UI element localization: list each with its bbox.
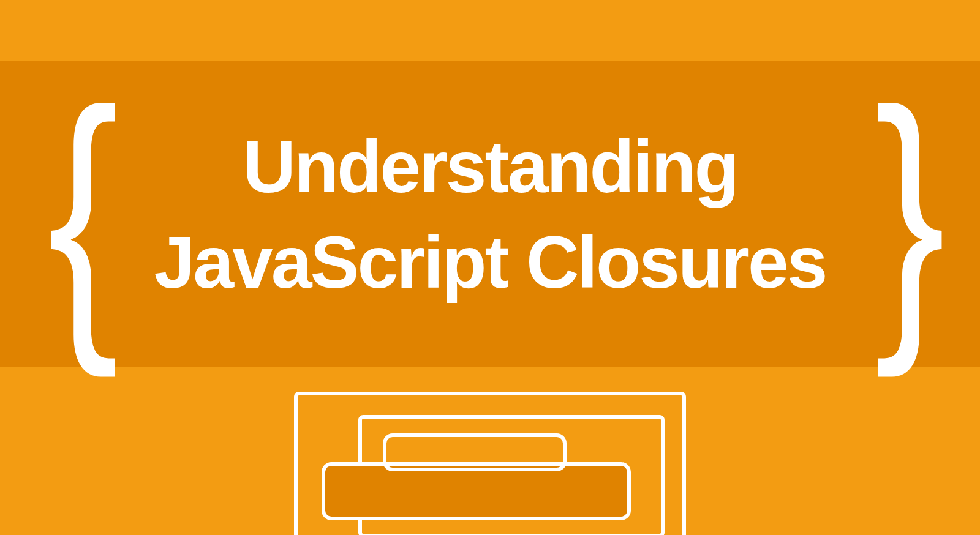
slide-title: Understanding JavaScript Closures — [92, 119, 888, 310]
scope-box-inner — [383, 433, 567, 471]
slide-title-line-2: JavaScript Closures — [154, 221, 826, 303]
title-band: { Understanding JavaScript Closures } — [0, 61, 980, 367]
slide-title-line-1: Understanding — [243, 125, 737, 208]
nested-scope-diagram — [294, 392, 686, 535]
right-brace-icon: } — [875, 104, 932, 324]
left-brace-icon: { — [48, 104, 105, 324]
